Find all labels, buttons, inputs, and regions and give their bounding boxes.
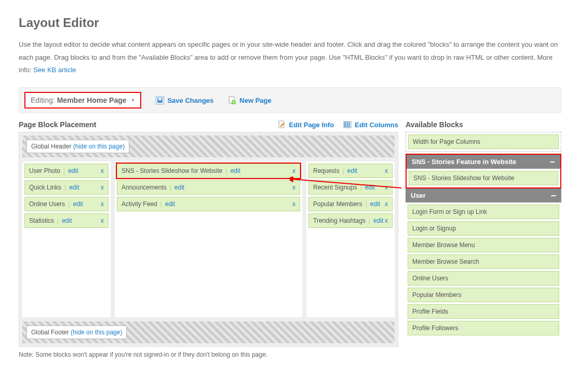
remove-block-button[interactable]: x — [292, 167, 295, 174]
edit-block-link[interactable]: edit — [165, 200, 175, 208]
group-header[interactable]: User− — [406, 188, 561, 202]
available-group: SNS - Stories Feature in Website−SNS - S… — [406, 154, 561, 188]
placed-block[interactable]: Activity Feed | editx — [117, 197, 300, 211]
edit-block-link[interactable]: edit — [73, 200, 83, 208]
placed-block[interactable]: Statistics | editx — [24, 213, 109, 228]
save-icon — [156, 96, 164, 104]
available-block[interactable]: Online Users — [408, 271, 559, 286]
remove-block-button[interactable]: x — [101, 167, 104, 174]
available-block[interactable]: SNS - Stories Slideshow for Website — [409, 171, 558, 185]
block-label: Profile Followers — [412, 325, 458, 332]
save-changes-button[interactable]: Save Changes — [156, 96, 213, 104]
edit-block-link[interactable]: edit — [347, 167, 357, 174]
svg-rect-6 — [348, 123, 350, 127]
available-group: User−Login Form or Sign up LinkLogin or … — [406, 188, 561, 337]
available-block[interactable]: Member Browse Menu — [408, 238, 559, 252]
group-title: User — [411, 192, 426, 199]
block-label: Login or Signup — [412, 225, 456, 232]
block-label: Login Form or Sign up Link — [412, 208, 487, 215]
remove-block-button[interactable]: x — [101, 217, 104, 224]
block-label: Popular Members — [313, 200, 362, 208]
group-header[interactable]: SNS - Stories Feature in Website− — [407, 155, 560, 169]
editing-label: Editing: — [31, 96, 55, 104]
placed-block[interactable]: Recent Signups | editx — [308, 180, 393, 195]
remove-block-button[interactable]: x — [101, 184, 104, 191]
placement-editor: Global Header (hide on this page) User P… — [19, 132, 398, 347]
kb-article-link[interactable]: See KB article — [33, 66, 76, 74]
block-label: Trending Hashtags — [313, 217, 366, 224]
block-label: Announcements — [122, 184, 167, 191]
global-footer-label: Global Footer — [31, 329, 69, 336]
available-block[interactable]: Profile Fields — [408, 304, 559, 319]
placed-block[interactable]: Quick Links | editx — [24, 180, 109, 195]
remove-block-button[interactable]: x — [385, 217, 388, 224]
remove-block-button[interactable]: x — [292, 184, 295, 191]
block-label: Member Browse Menu — [412, 241, 475, 249]
available-title: Available Blocks — [406, 120, 463, 129]
block-label: Profile Fields — [412, 308, 448, 315]
remove-block-button[interactable]: x — [101, 200, 104, 208]
new-page-label: New Page — [239, 97, 271, 104]
collapse-icon[interactable]: − — [550, 193, 556, 199]
new-page-button[interactable]: New Page — [228, 96, 271, 104]
chevron-down-icon: ▼ — [131, 98, 136, 103]
global-footer-bar[interactable]: Global Footer (hide on this page) — [22, 321, 395, 343]
edit-block-link[interactable]: edit — [69, 184, 79, 191]
placement-col-middle[interactable]: SNS - Stories Slideshow for Website | ed… — [115, 161, 302, 317]
group-title: SNS - Stories Feature in Website — [412, 158, 516, 166]
global-header-bar[interactable]: Global Header (hide on this page) — [22, 136, 395, 157]
page-title: Layout Editor — [19, 16, 561, 30]
remove-block-button[interactable]: x — [385, 167, 388, 174]
available-block[interactable]: Member Browse Search — [408, 254, 559, 269]
edit-page-info-label: Edit Page Info — [289, 121, 334, 129]
pencil-icon — [278, 120, 286, 129]
block-label: SNS - Stories Slideshow for Website — [413, 174, 515, 182]
svg-rect-4 — [344, 123, 346, 127]
available-block[interactable]: Profile Followers — [408, 321, 559, 335]
edit-block-link[interactable]: edit — [231, 167, 240, 174]
block-label: Width for Page Columns — [413, 138, 480, 145]
block-label: Statistics — [29, 217, 54, 224]
available-block[interactable]: Login Form or Sign up Link — [408, 205, 559, 219]
edit-page-info-button[interactable]: Edit Page Info — [278, 120, 334, 129]
remove-block-button[interactable]: x — [385, 200, 388, 208]
available-block[interactable]: Login or Signup — [408, 221, 559, 236]
edit-block-link[interactable]: edit — [370, 200, 380, 208]
placed-block[interactable]: Announcements | editx — [117, 180, 300, 195]
placed-block[interactable]: Online Users | editx — [24, 197, 109, 211]
columns-icon — [343, 120, 352, 129]
block-label: Online Users — [412, 275, 448, 282]
hide-footer-link[interactable]: (hide on this page) — [71, 329, 122, 336]
editing-page-dropdown[interactable]: Editing: Member Home Page ▼ — [24, 92, 141, 109]
svg-rect-5 — [346, 123, 348, 127]
placement-col-right[interactable]: Requests | editxRecent Signups | editxPo… — [306, 161, 395, 317]
block-label: Popular Members — [412, 291, 462, 299]
collapse-icon[interactable]: − — [549, 159, 555, 165]
footer-note: Note: Some blocks won't appear if you're… — [19, 351, 398, 358]
available-block[interactable]: Width for Page Columns — [408, 134, 559, 149]
placed-block[interactable]: SNS - Stories Slideshow for Website | ed… — [117, 164, 300, 178]
edit-block-link[interactable]: edit — [365, 184, 375, 191]
edit-block-link[interactable]: edit — [373, 217, 383, 224]
edit-block-link[interactable]: edit — [174, 184, 184, 191]
placed-block[interactable]: User Photo | editx — [24, 164, 109, 178]
editing-value: Member Home Page — [57, 96, 127, 104]
edit-columns-button[interactable]: Edit Columns — [343, 120, 398, 129]
available-blocks-list[interactable]: Width for Page Columns SNS - Stories Fea… — [406, 132, 561, 360]
placement-col-left[interactable]: User Photo | editxQuick Links | editxOnl… — [22, 161, 111, 317]
remove-block-button[interactable]: x — [292, 200, 295, 208]
block-label: Member Browse Search — [412, 258, 479, 265]
intro-text: Use the layout editor to decide what con… — [19, 40, 558, 74]
remove-block-button[interactable]: x — [385, 184, 388, 191]
placed-block[interactable]: Requests | editx — [308, 164, 393, 178]
block-label: Online Users — [29, 200, 65, 208]
block-label: SNS - Stories Slideshow for Website — [122, 167, 223, 174]
hide-header-link[interactable]: (hide on this page) — [73, 143, 125, 150]
edit-block-link[interactable]: edit — [68, 167, 78, 174]
available-block[interactable]: Popular Members — [408, 288, 559, 302]
intro-paragraph: Use the layout editor to decide what con… — [19, 38, 561, 77]
edit-block-link[interactable]: edit — [62, 217, 72, 224]
block-label: Recent Signups — [313, 184, 357, 191]
placed-block[interactable]: Trending Hashtags | editx — [308, 213, 393, 228]
placed-block[interactable]: Popular Members | editx — [308, 197, 393, 211]
